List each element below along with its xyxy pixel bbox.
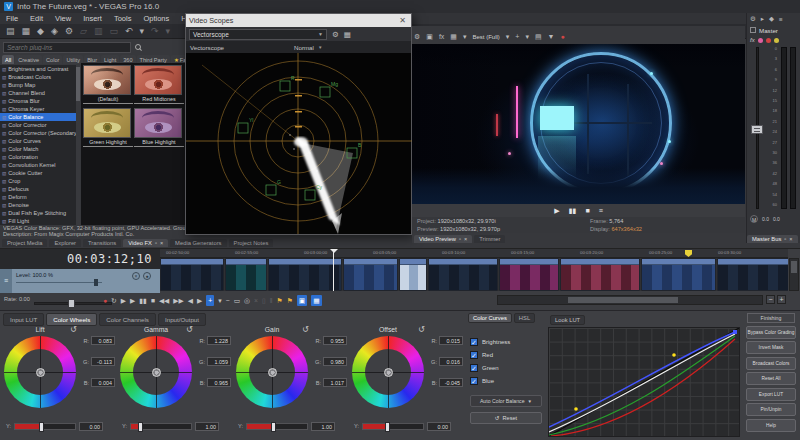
scope-settings-icon[interactable]: ⚙ — [332, 30, 339, 39]
close-icon[interactable]: × — [464, 236, 467, 242]
go-to-end-icon[interactable]: ▶▶ — [173, 295, 183, 306]
redo-dropdown-icon[interactable]: ▾ — [166, 26, 171, 36]
wheel-handle[interactable] — [384, 368, 393, 377]
play-from-start-icon[interactable]: ▶ — [121, 295, 126, 306]
playlist-icon[interactable]: ≡ — [599, 207, 603, 214]
open-project-icon[interactable]: ▦ — [22, 26, 31, 36]
y-slider-handle[interactable] — [39, 422, 44, 432]
channel-toggle-blue[interactable]: ✓Blue — [470, 374, 510, 387]
play-icon[interactable]: ▶ — [130, 295, 135, 306]
tab-project-media[interactable]: Project Media — [2, 239, 47, 247]
record-icon[interactable]: ● — [561, 33, 565, 40]
channel-value[interactable]: 0.015 — [439, 336, 463, 345]
channel-value[interactable]: 0.955 — [323, 336, 347, 345]
track-level-slider[interactable] — [16, 282, 102, 283]
plugin-item-denoise[interactable]: ▧Denoise — [0, 201, 76, 209]
marker-icon[interactable]: ⚑ — [277, 295, 283, 306]
trim-icon[interactable]: ▯ — [262, 295, 266, 306]
stop-icon[interactable]: ■ — [151, 295, 155, 306]
float-window-icon[interactable]: ▫ — [155, 240, 157, 246]
float-window-icon[interactable]: ▫ — [784, 236, 786, 242]
video-scopes-titlebar[interactable]: Video Scopes ✕ — [186, 14, 411, 27]
save-project-icon[interactable]: ◆ — [37, 26, 44, 36]
timeline-clip[interactable] — [343, 258, 398, 291]
timeline-ruler[interactable]: 00:02:50;0000:02:55;0000:03:00;0000:03:0… — [160, 249, 788, 258]
channel-value[interactable]: 1.059 — [207, 357, 231, 366]
overlay-icon[interactable]: + — [515, 33, 519, 40]
reset-icon[interactable]: ↺ — [186, 325, 193, 334]
tab-trimmer[interactable]: Trimmer — [474, 235, 505, 243]
wheel-handle[interactable] — [36, 368, 45, 377]
delete-icon[interactable]: × — [254, 295, 258, 306]
filter-tab-color[interactable]: Color — [43, 55, 62, 64]
tab-video-preview[interactable]: Video Preview▫× — [414, 235, 472, 243]
next-frame-icon[interactable]: ▶ — [197, 295, 202, 306]
horizontal-scrollbar[interactable] — [497, 295, 763, 305]
plugin-item-chroma-keyer[interactable]: ▧Chroma Keyer — [0, 105, 76, 113]
project-properties-icon[interactable]: ⚙ — [65, 26, 73, 36]
y-slider-handle[interactable] — [271, 422, 276, 432]
menu-options[interactable]: Options — [143, 14, 169, 23]
close-icon[interactable]: × — [160, 240, 163, 246]
channel-value[interactable]: -0.045 — [439, 378, 463, 387]
channel-value[interactable]: 0.980 — [323, 357, 347, 366]
filter-tab-creative[interactable]: Creative — [15, 55, 42, 64]
wheel-handle[interactable] — [268, 368, 277, 377]
tab-color-channels[interactable]: Color Channels — [99, 313, 156, 326]
channel-toggle-brightness[interactable]: ✓Brightness — [470, 335, 510, 348]
reset-icon[interactable]: ↺ — [302, 325, 309, 334]
channel-value[interactable]: 0.004 — [91, 378, 115, 387]
plugin-search-input[interactable] — [3, 42, 131, 53]
track-menu-icon[interactable]: ≡ — [0, 269, 12, 293]
y-slider[interactable] — [246, 423, 308, 430]
mixer-menu-icon[interactable]: ≡ — [779, 16, 783, 23]
search-icon[interactable] — [135, 44, 141, 50]
pause-icon[interactable]: ▮▮ — [569, 207, 577, 215]
y-slider[interactable] — [14, 423, 76, 430]
menu-edit[interactable]: Edit — [30, 14, 43, 23]
paste-icon[interactable]: ▭ — [109, 26, 118, 36]
snap-icon[interactable]: ▣ — [297, 295, 307, 306]
overlay-dropdown-icon[interactable]: ▾ — [525, 33, 529, 41]
menu-tools[interactable]: Tools — [114, 14, 132, 23]
tab-media-generators[interactable]: Media Generators — [170, 239, 226, 247]
track-level-handle[interactable] — [94, 279, 98, 286]
tab-project-notes[interactable]: Project Notes — [229, 239, 274, 247]
y-value[interactable]: 0.00 — [79, 422, 103, 431]
plugin-item-color-corrector[interactable]: ▧Color Corrector — [0, 121, 76, 129]
scope-mode-select[interactable]: Normal ▼ — [294, 44, 322, 51]
copy-icon[interactable]: ▥ — [94, 26, 103, 36]
downmix-icon[interactable]: ◆ — [769, 15, 774, 23]
pin-unpin-button[interactable]: Pin/Unpin — [746, 403, 796, 416]
preview-settings-icon[interactable]: ⚙ — [414, 33, 420, 41]
tool-dropdown-icon[interactable]: ▾ — [218, 295, 221, 306]
timeline-clip[interactable] — [268, 258, 342, 291]
render-as-icon[interactable]: ◈ — [51, 26, 58, 36]
zoom-out-button[interactable]: − — [766, 295, 775, 304]
undo-icon[interactable]: ↶ — [125, 26, 133, 36]
reset-icon[interactable]: ↺ — [70, 325, 77, 334]
bypass-color-grading-button[interactable]: Bypass Color Grading — [746, 326, 796, 339]
plugin-item-fill-light[interactable]: ▧Fill Light — [0, 217, 76, 225]
mute-button[interactable]: M — [750, 215, 758, 223]
timeline-clip[interactable] — [641, 258, 716, 291]
plugin-item-colorization[interactable]: ▧Colorization — [0, 153, 76, 161]
y-value[interactable]: 0.00 — [427, 422, 451, 431]
plugin-item-cookie-cutter[interactable]: ▧Cookie Cutter — [0, 169, 76, 177]
playhead-cap[interactable] — [330, 249, 338, 253]
preset-default[interactable]: (Default) — [83, 65, 133, 104]
tab-transitions[interactable]: Transitions — [83, 239, 121, 247]
track-mute-button[interactable]: × — [132, 272, 140, 280]
reset-button[interactable]: ↺ Reset — [470, 412, 542, 424]
menu-view[interactable]: View — [55, 14, 71, 23]
auto-ripple-icon[interactable]: ▦ — [311, 295, 321, 306]
plugin-item-channel-blend[interactable]: ▧Channel Blend — [0, 89, 76, 97]
previous-frame-icon[interactable]: ◀ — [188, 295, 193, 306]
channel-value[interactable]: 0.083 — [91, 336, 115, 345]
stop-icon[interactable]: ■ — [585, 207, 589, 214]
plugin-item-color-corrector-secondary[interactable]: ▧Color Corrector (Secondary) — [0, 129, 76, 137]
edit-tool-icon[interactable]: + — [206, 295, 214, 306]
y-value[interactable]: 1.00 — [195, 422, 219, 431]
plugin-item-color-balance[interactable]: ▧Color Balance — [0, 113, 76, 121]
playhead[interactable] — [333, 250, 334, 291]
